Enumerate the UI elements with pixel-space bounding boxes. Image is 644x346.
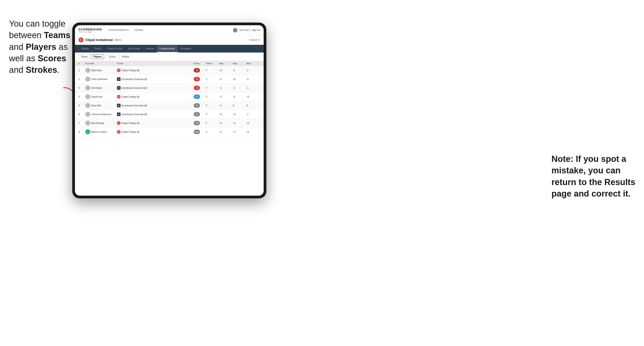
rd1-1: +3 xyxy=(220,69,233,72)
rd2-7: +1 xyxy=(233,122,246,124)
table-header-row: # PLAYER TEAM TOTAL THRU RD1 RD2 RD3 xyxy=(75,61,264,66)
avatar-cameron xyxy=(85,112,90,117)
toggle-strokes[interactable]: Strokes xyxy=(119,54,132,59)
thru-8: F xyxy=(206,131,220,133)
rd1-6: +5 xyxy=(220,113,233,116)
rank-4: 4 xyxy=(78,96,85,98)
score-badge-6: +6 xyxy=(194,112,200,117)
rd3-3: -1 xyxy=(246,87,260,89)
total-3: -2 xyxy=(188,86,206,90)
score-badge-4: E xyxy=(194,94,200,99)
clippd-logo-4: C xyxy=(117,95,120,99)
rd3-6: -1 xyxy=(246,113,260,116)
rd1-4: +1 xyxy=(220,96,233,98)
app-logo: SCOREBOARD Powered by clippd xyxy=(78,28,102,33)
score-badge-7: +8 xyxy=(194,121,200,125)
col-rd3: RD3 xyxy=(246,62,260,65)
toggle-players[interactable]: Players xyxy=(91,54,104,59)
left-annotation: You can toggle between Teams and Players… xyxy=(9,18,72,76)
team-su-2: SU Scoreboard University [A] xyxy=(117,77,188,81)
tab-results[interactable]: Results xyxy=(143,45,157,52)
rd1-5: +1 xyxy=(220,104,233,107)
su-logo-5: SU xyxy=(117,104,120,107)
tournament-header: C Clippd Invitational (Men) Cancel ✕ xyxy=(75,35,264,45)
rd1-8: +2 xyxy=(220,131,233,133)
rd3-7: +6 xyxy=(246,122,260,124)
app-header: SCOREBOARD Powered by clippd TOURNAMENTS… xyxy=(75,25,264,35)
clippd-logo-7: C xyxy=(117,121,120,125)
team-su-6: SU Scoreboard University [A] xyxy=(117,113,188,116)
nav-teams[interactable]: TEAMS xyxy=(131,25,146,35)
table-row: 2 Chris Robertson SU Scoreboard Universi… xyxy=(75,75,264,84)
cancel-button[interactable]: Cancel ✕ xyxy=(250,38,260,41)
player-blair: Blair McHarg xyxy=(85,121,117,126)
user-avatar xyxy=(233,28,238,32)
sign-out-link[interactable]: Sign out xyxy=(252,29,260,31)
table-row: 3 Rich Butler SU Scoreboard University [… xyxy=(75,84,264,92)
tab-course-setup[interactable]: Course Setup xyxy=(104,45,125,52)
table-row: 6 Cameron Robertson SU Scoreboard Univer… xyxy=(75,110,264,119)
su-logo-2: SU xyxy=(117,77,120,81)
user-name: Test User | xyxy=(239,29,250,31)
clippd-logo-8: C xyxy=(117,130,120,134)
su-logo-3: SU xyxy=(117,86,120,90)
team-su-5: SU Scoreboard University [A] xyxy=(117,104,188,107)
total-8: +11 xyxy=(188,130,206,134)
rd3-5: E xyxy=(246,104,260,107)
avatar-blair xyxy=(85,121,90,126)
rd1-3: +1 xyxy=(220,87,233,89)
tournament-title: C Clippd Invitational (Men) xyxy=(78,37,122,42)
rd2-4: -4 xyxy=(233,96,246,98)
toggle-teams[interactable]: Teams xyxy=(78,54,90,59)
su-logo-6: SU xyxy=(117,113,120,116)
player-rich: Rich Butler xyxy=(85,85,117,90)
thru-4: F xyxy=(206,96,220,98)
total-4: E xyxy=(188,94,206,99)
col-rd2: RD2 xyxy=(233,62,246,65)
tab-tee-groups[interactable]: Tee Groups xyxy=(125,45,143,52)
rank-1: 1 xyxy=(78,69,85,72)
cancel-icon: ✕ xyxy=(258,38,260,41)
rank-2: 2 xyxy=(78,78,85,80)
score-badge-5: +1 xyxy=(194,103,200,108)
thru-2: F xyxy=(206,78,220,80)
col-total: TOTAL xyxy=(188,62,206,65)
rd3-4: +3 xyxy=(246,96,260,98)
col-team: TEAM xyxy=(117,62,188,65)
score-badge-3: -2 xyxy=(194,86,200,90)
rd2-1: -6 xyxy=(233,69,246,72)
avatar-david xyxy=(85,94,90,99)
total-5: +1 xyxy=(188,103,206,108)
thru-3: F xyxy=(206,87,220,89)
tablet-screen: SCOREBOARD Powered by clippd TOURNAMENTS… xyxy=(75,25,264,196)
avatar-rich xyxy=(85,85,90,90)
team-clippd-4: C Clippd College [A] xyxy=(117,95,188,99)
player-chris: Chris Robertson xyxy=(85,77,117,82)
tab-leaderboards[interactable]: Leaderboards xyxy=(157,45,178,52)
tab-teams[interactable]: Teams xyxy=(92,45,104,52)
rd2-5: E xyxy=(233,104,246,107)
rd2-6: +2 xyxy=(233,113,246,116)
total-7: +8 xyxy=(188,121,206,125)
rank-7: 7 xyxy=(78,122,85,124)
thru-5: F xyxy=(206,104,220,107)
rd2-3: -2 xyxy=(233,87,246,89)
team-clippd-7: C Clippd College [A] xyxy=(117,121,188,125)
total-2: -4 xyxy=(188,77,206,81)
col-player: PLAYER xyxy=(85,62,117,65)
toggle-scores[interactable]: Scores xyxy=(106,54,118,59)
tab-printables[interactable]: Printables xyxy=(178,45,194,52)
tournament-subtitle: (Men) xyxy=(114,38,122,41)
rd1-2: -5 xyxy=(220,78,233,80)
avatar-rees xyxy=(85,103,90,108)
tournament-name: Clippd Invitational xyxy=(85,38,113,42)
nav-tournaments[interactable]: TOURNAMENTS xyxy=(106,25,131,35)
rank-3: 3 xyxy=(78,87,85,89)
tab-details[interactable]: Details xyxy=(78,45,92,52)
table-row: 8 Marcus Turners C Clippd College [A] +1… xyxy=(75,128,264,136)
score-badge-1: -8 xyxy=(194,68,200,73)
table-row: 1 Elliot Ebert C Clippd College [A] -8 F… xyxy=(75,66,264,75)
sub-toggle-bar: Teams Players Scores Strokes xyxy=(75,52,264,61)
tab-navigation: Details Teams Course Setup Tee Groups Re… xyxy=(75,45,264,52)
thru-6: F xyxy=(206,113,220,116)
